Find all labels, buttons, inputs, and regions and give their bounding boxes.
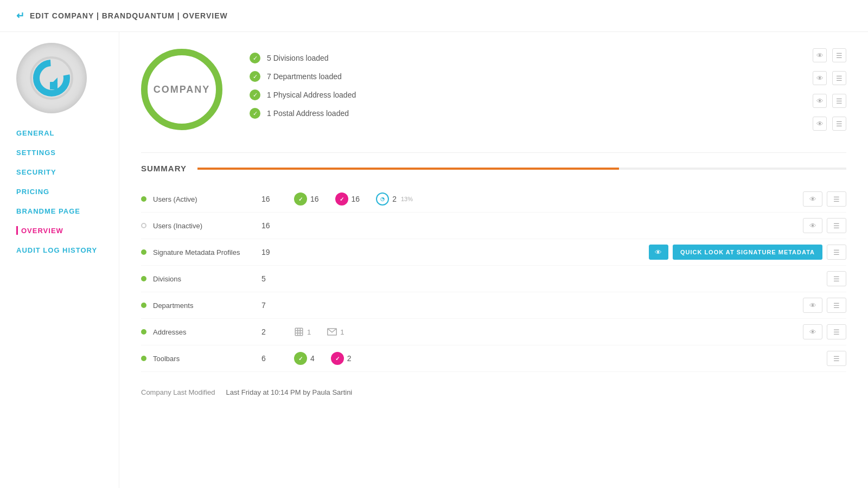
badge-pink: ✓ (335, 192, 348, 206)
sidebar-item-pricing[interactable]: PRICING (16, 187, 103, 196)
status-item-divisions: ✓ 5 Divisions loaded (250, 53, 356, 63)
actions-signature-metadata: 👁 QUICK LOOK AT SIGNATURE METADATA ☰ (649, 245, 846, 260)
view-icon-1[interactable]: 👁 (813, 48, 827, 62)
check-icon-physical: ✓ (250, 89, 260, 100)
view-button-signature-metadata[interactable]: 👁 (649, 245, 668, 260)
stats-toolbars: ✓ 4 ✓ 2 (294, 352, 827, 365)
dot-toolbars (141, 356, 146, 361)
footer-row: Company Last Modified Last Friday at 10:… (141, 388, 846, 396)
page-title: EDIT COMPANY | BRANDQUANTUM | OVERVIEW (30, 11, 228, 20)
count-divisions: 5 (261, 274, 294, 283)
menu-icon-4[interactable]: ☰ (832, 117, 846, 131)
view-button-departments[interactable]: 👁 (803, 298, 822, 313)
label-toolbars: Toolbars (153, 355, 261, 363)
view-button-addresses[interactable]: 👁 (803, 324, 822, 339)
sidebar-item-overview[interactable]: OVERVIEW (16, 226, 103, 235)
sidebar-item-settings[interactable]: SETTINGS (16, 148, 103, 157)
row-signature-metadata: Signature Metadata Profiles 19 👁 QUICK L… (141, 239, 846, 266)
view-icon-3[interactable]: 👁 (813, 94, 827, 108)
actions-toolbars: ☰ (827, 351, 846, 366)
label-departments: Departments (153, 301, 261, 310)
menu-button-divisions[interactable]: ☰ (827, 271, 846, 286)
count-departments: 7 (261, 301, 294, 310)
summary-header: SUMMARY (141, 164, 846, 173)
company-logo (16, 43, 87, 113)
actions-departments: 👁 ☰ (803, 298, 846, 313)
menu-button-signature-metadata[interactable]: ☰ (827, 245, 846, 260)
dot-users-active (141, 196, 146, 202)
menu-icon-2[interactable]: ☰ (832, 71, 846, 85)
sidebar-item-security[interactable]: SECURITY (16, 168, 103, 176)
summary-progress-bar (197, 168, 846, 170)
building-icon-wrap: 1 (294, 327, 311, 337)
sidebar-item-general[interactable]: GENERAL (16, 129, 103, 137)
envelope-icon-wrap: 1 (327, 328, 344, 336)
check-icon-postal: ✓ (250, 108, 260, 119)
sidebar: GENERAL SETTINGS SECURITY PRICING BRANDM… (0, 32, 119, 488)
label-signature-metadata: Signature Metadata Profiles (153, 248, 261, 256)
stat-green-toolbars: ✓ 4 (294, 352, 315, 365)
stats-addresses: 1 1 (294, 327, 803, 337)
menu-button-users-active[interactable]: ☰ (827, 191, 846, 207)
count-signature-metadata: 19 (261, 248, 294, 256)
menu-button-users-inactive[interactable]: ☰ (827, 218, 846, 233)
count-addresses: 2 (261, 328, 294, 336)
layout: GENERAL SETTINGS SECURITY PRICING BRANDM… (0, 32, 868, 488)
status-item-postal: ✓ 1 Postal Address loaded (250, 108, 356, 119)
count-users-inactive: 16 (261, 221, 294, 230)
view-button-users-inactive[interactable]: 👁 (803, 218, 822, 233)
label-addresses: Addresses (153, 328, 261, 336)
summary-section: SUMMARY Users (Active) 16 ✓ 16 ✓ 1 (141, 152, 846, 396)
row-users-active: Users (Active) 16 ✓ 16 ✓ 16 ◔ 2 13% (141, 186, 846, 213)
svg-rect-4 (295, 328, 303, 336)
building-icon (294, 327, 304, 337)
top-icon-row-2: 👁 ☰ (813, 71, 846, 85)
row-divisions: Divisions 5 ☰ (141, 266, 846, 292)
footer-value: Last Friday at 10:14 PM by Paula Sartini (226, 388, 353, 396)
logo-svg (27, 54, 76, 102)
status-list: ✓ 5 Divisions loaded ✓ 7 Departments loa… (250, 53, 356, 126)
menu-icon-1[interactable]: ☰ (832, 48, 846, 62)
top-section: COMPANY ✓ 5 Divisions loaded ✓ 7 Departm… (141, 48, 846, 131)
stat-pink-users-active: ✓ 16 (335, 192, 360, 206)
badge-green: ✓ (294, 192, 307, 206)
view-icon-2[interactable]: 👁 (813, 71, 827, 85)
sidebar-item-brandme[interactable]: BRANDME PAGE (16, 207, 103, 215)
company-circle-wrap: COMPANY (141, 49, 222, 130)
actions-divisions: ☰ (827, 271, 846, 286)
row-addresses: Addresses 2 1 (141, 319, 846, 345)
back-icon: ↵ (16, 10, 24, 22)
summary-progress-fill (197, 168, 619, 170)
envelope-icon (327, 328, 337, 336)
status-item-departments: ✓ 7 Departments loaded (250, 71, 356, 82)
stat-pink-toolbars: ✓ 2 (331, 352, 352, 365)
dot-addresses (141, 329, 146, 335)
count-users-active: 16 (261, 195, 294, 203)
view-icon-4[interactable]: 👁 (813, 117, 827, 131)
view-button-users-active[interactable]: 👁 (803, 191, 822, 207)
sidebar-nav: GENERAL SETTINGS SECURITY PRICING BRANDM… (16, 129, 103, 254)
dot-divisions (141, 276, 146, 281)
quick-look-wrap: 👁 QUICK LOOK AT SIGNATURE METADATA (649, 245, 822, 260)
badge-blue: ◔ (376, 192, 389, 206)
quick-look-tooltip[interactable]: QUICK LOOK AT SIGNATURE METADATA (673, 245, 822, 260)
menu-button-toolbars[interactable]: ☰ (827, 351, 846, 366)
badge-pink-toolbars: ✓ (331, 352, 344, 365)
main-content: COMPANY ✓ 5 Divisions loaded ✓ 7 Departm… (119, 32, 868, 488)
company-circle: COMPANY (141, 49, 222, 130)
label-users-inactive: Users (Inactive) (153, 222, 261, 230)
actions-users-active: 👁 ☰ (803, 191, 846, 207)
badge-green-toolbars: ✓ (294, 352, 307, 365)
dot-signature-metadata (141, 249, 146, 255)
company-circle-label: COMPANY (154, 84, 210, 95)
row-users-inactive: Users (Inactive) 16 👁 ☰ (141, 213, 846, 239)
menu-icon-3[interactable]: ☰ (832, 94, 846, 108)
stat-green-users-active: ✓ 16 (294, 192, 319, 206)
menu-button-departments[interactable]: ☰ (827, 298, 846, 313)
actions-addresses: 👁 ☰ (803, 324, 846, 339)
menu-button-addresses[interactable]: ☰ (827, 324, 846, 339)
label-divisions: Divisions (153, 275, 261, 283)
sidebar-item-audit[interactable]: AUDIT LOG HISTORY (16, 246, 103, 254)
actions-users-inactive: 👁 ☰ (803, 218, 846, 233)
svg-rect-2 (50, 82, 58, 89)
